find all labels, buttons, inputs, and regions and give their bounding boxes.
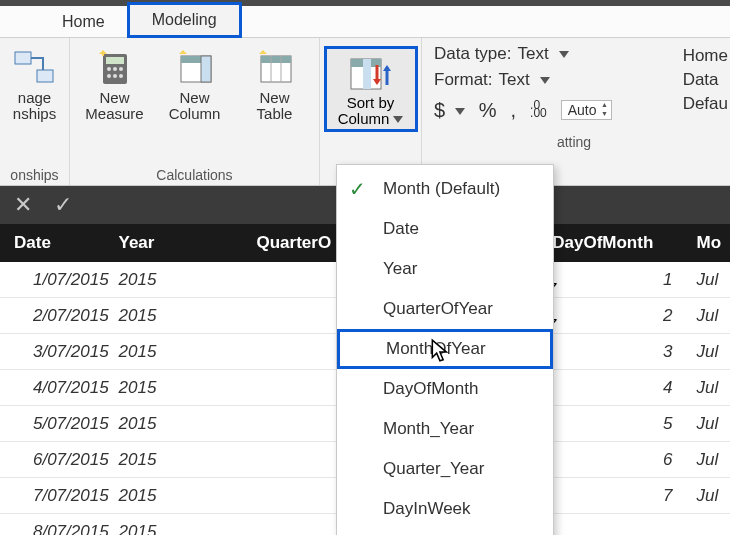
menu-item-label: DayInWeek	[383, 499, 471, 519]
svg-point-5	[113, 67, 117, 71]
cell-dayofmonth: 4	[552, 378, 690, 398]
group-relationships: nage nships onships	[0, 38, 70, 185]
cell-date: 2/07/2015	[0, 306, 119, 326]
group-label-calculations: Calculations	[156, 163, 232, 183]
manage-relationships-label: nage nships	[13, 90, 56, 122]
menu-item-label: Month_Year	[383, 419, 474, 439]
cell-year: 2015	[119, 414, 257, 434]
cell-year: 2015	[119, 450, 257, 470]
cell-month: Jul	[690, 342, 730, 362]
svg-rect-0	[15, 52, 31, 64]
svg-rect-10	[102, 52, 104, 56]
cell-year: 2015	[119, 342, 257, 362]
menu-item-year[interactable]: Year	[337, 249, 553, 289]
group-label-relationships: onships	[10, 163, 58, 183]
format-row[interactable]: Format: Text	[434, 70, 714, 90]
cell-month: Jul	[690, 486, 730, 506]
chevron-down-icon	[393, 116, 403, 123]
new-column-label: New Column	[169, 90, 221, 122]
cell-dayofmonth: 5	[552, 414, 690, 434]
check-icon: ✓	[349, 177, 366, 201]
menu-item-dayofweekname[interactable]: DayOfWeekName	[337, 529, 553, 535]
cell-year: 2015	[119, 522, 257, 536]
data-type-label: Data type:	[434, 44, 512, 64]
group-properties-partial: Home Data Defau	[683, 46, 730, 114]
col-header-dayofmonth[interactable]: DayOfMonth	[552, 233, 690, 253]
cell-dayofmonth: 1	[552, 270, 690, 290]
tab-home[interactable]: Home	[40, 7, 127, 37]
svg-rect-20	[363, 59, 371, 89]
menu-item-quarter-year[interactable]: Quarter_Year	[337, 449, 553, 489]
svg-point-7	[107, 74, 111, 78]
col-header-date[interactable]: Date	[0, 233, 118, 253]
data-type-row[interactable]: Data type: Text	[434, 44, 714, 64]
spinner-icon[interactable]: ▲▼	[600, 101, 610, 119]
new-table-label: New Table	[257, 90, 293, 122]
cell-date: 6/07/2015	[0, 450, 119, 470]
commit-icon[interactable]: ✓	[54, 192, 72, 218]
menu-item-label: Month (Default)	[383, 179, 500, 199]
cell-year: 2015	[119, 486, 257, 506]
decimal-icon[interactable]: .0.00	[530, 98, 547, 126]
svg-rect-13	[201, 56, 211, 82]
cell-month: Jul	[690, 270, 730, 290]
format-value: Text	[499, 70, 530, 90]
mouse-cursor-icon	[430, 338, 452, 368]
svg-point-9	[119, 74, 123, 78]
new-column-button[interactable]: New Column	[160, 48, 230, 122]
col-header-year[interactable]: Year	[118, 233, 256, 253]
thousands-button[interactable]: ,	[510, 99, 516, 122]
svg-point-8	[113, 74, 117, 78]
svg-rect-15	[261, 56, 291, 63]
prop-line-3: Defau	[683, 94, 728, 114]
menu-item-month-year[interactable]: Month_Year	[337, 409, 553, 449]
cell-date: 7/07/2015	[0, 486, 119, 506]
col-header-month[interactable]: Mo	[690, 233, 730, 253]
prop-line-2: Data	[683, 70, 728, 90]
calculator-icon	[93, 48, 137, 88]
new-measure-label: New Measure	[85, 90, 143, 122]
new-table-button[interactable]: New Table	[240, 48, 310, 122]
format-label: Format:	[434, 70, 493, 90]
manage-relationships-button[interactable]: nage nships	[5, 48, 65, 122]
cell-year: 2015	[119, 378, 257, 398]
menu-item-label: DayOfMonth	[383, 379, 478, 399]
cell-dayofmonth: 6	[552, 450, 690, 470]
menu-item-label: Date	[383, 219, 419, 239]
currency-button[interactable]: $	[434, 99, 465, 122]
relationships-icon	[13, 48, 57, 88]
decimal-places-input[interactable]: Auto ▲▼	[561, 100, 612, 120]
number-format-buttons: $ % , .0.00 Auto ▲▼	[434, 96, 714, 124]
svg-rect-1	[37, 70, 53, 82]
cell-dayofmonth: 3	[552, 342, 690, 362]
tab-modeling[interactable]: Modeling	[127, 2, 242, 38]
group-label-formatting: atting	[434, 130, 714, 150]
prop-line-1: Home	[683, 46, 728, 66]
cell-month: Jul	[690, 414, 730, 434]
group-formatting: Data type: Text Format: Text $ % , .0.00…	[422, 38, 722, 185]
sort-by-column-label: Sort by Column	[329, 95, 413, 127]
menu-item-label: Quarter_Year	[383, 459, 484, 479]
sort-by-column-button[interactable]: Sort by Column	[324, 46, 418, 132]
cell-month: Jul	[690, 306, 730, 326]
new-measure-button[interactable]: New Measure	[80, 48, 150, 122]
svg-point-4	[107, 67, 111, 71]
chevron-down-icon	[559, 51, 569, 58]
cell-month: Jul	[690, 378, 730, 398]
menu-item-label: Year	[383, 259, 417, 279]
cell-date: 3/07/2015	[0, 342, 119, 362]
group-sort: Sort by Column	[320, 38, 422, 185]
menu-item-dayofmonth[interactable]: DayOfMonth	[337, 369, 553, 409]
cell-date: 1/07/2015	[0, 270, 119, 290]
chevron-down-icon	[455, 108, 465, 115]
cell-year: 2015	[119, 270, 257, 290]
menu-item-quarterofyear[interactable]: QuarterOfYear	[337, 289, 553, 329]
menu-item-month-default-[interactable]: ✓Month (Default)	[337, 169, 553, 209]
menu-item-dayinweek[interactable]: DayInWeek	[337, 489, 553, 529]
chevron-down-icon	[540, 77, 550, 84]
menu-item-date[interactable]: Date	[337, 209, 553, 249]
ribbon-tabs: Home Modeling	[0, 6, 730, 38]
cancel-icon[interactable]: ✕	[14, 192, 32, 218]
sort-icon	[347, 53, 395, 95]
percent-button[interactable]: %	[479, 99, 497, 122]
